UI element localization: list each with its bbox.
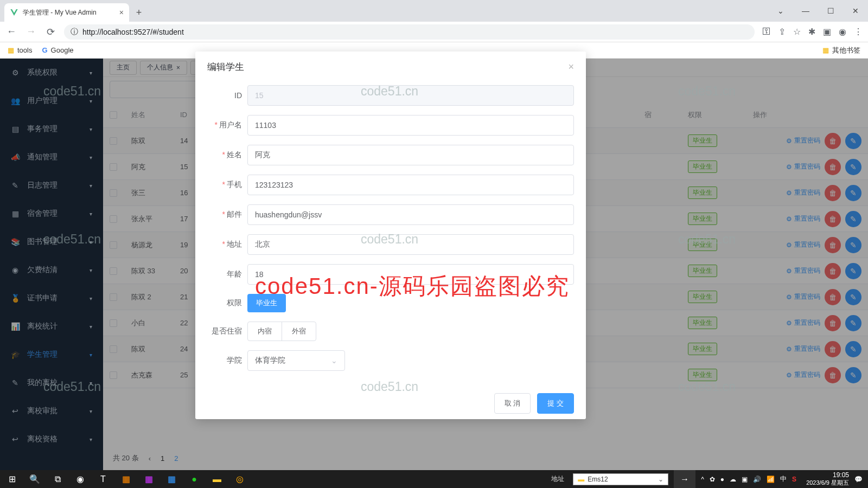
app-icon[interactable]: ▦ xyxy=(161,470,182,488)
menu-icon[interactable]: ⋮ xyxy=(854,27,863,37)
form-label: 权限 xyxy=(207,298,247,308)
id-input xyxy=(247,85,574,106)
email-input[interactable] xyxy=(247,204,574,225)
windows-taskbar: ⊞ 🔍 ⧉ ◉ T ▦ ▦ ▦ ● ▬ ◎ 地址 ▬ Ems12 ⌄ → ^ ✿… xyxy=(0,470,868,488)
close-icon[interactable]: × xyxy=(568,61,574,73)
profile-icon[interactable]: ◉ xyxy=(839,27,846,37)
reload-icon[interactable]: ⟳ xyxy=(44,26,56,38)
browser-tab-strip: 学生管理 - My Vue Admin × + ⌄ — ☐ ✕ xyxy=(0,0,868,22)
form-row: *地址 xyxy=(207,234,574,255)
form-label: *用户名 xyxy=(207,120,247,130)
form-label: *邮件 xyxy=(207,210,247,220)
explorer-icon[interactable]: ▬ xyxy=(206,470,228,488)
tray-icon[interactable]: ▣ xyxy=(742,476,748,483)
dialog-title: 编辑学生 xyxy=(207,61,244,73)
cancel-button[interactable]: 取 消 xyxy=(494,393,531,414)
system-clock[interactable]: 19:05 2023/6/9 星期五 xyxy=(806,472,849,486)
chevron-down-icon[interactable]: ⌄ xyxy=(768,0,793,22)
dorm-option-outside[interactable]: 外宿 xyxy=(282,322,316,341)
key-icon[interactable]: ⚿ xyxy=(762,27,771,37)
app-icon[interactable]: ▦ xyxy=(115,470,137,488)
url-input[interactable]: ⓘ http://localhost:9527/#/student xyxy=(64,24,755,40)
form-row: 年龄 xyxy=(207,264,574,285)
start-icon[interactable]: ⊞ xyxy=(1,470,23,488)
task-view-icon[interactable]: ⧉ xyxy=(47,470,68,488)
app-icon[interactable]: T xyxy=(92,470,114,488)
search-icon[interactable]: 🔍 xyxy=(24,470,46,488)
form-row: 是否住宿 内宿 外宿 xyxy=(207,322,574,341)
age-input[interactable] xyxy=(247,264,574,285)
extensions-icon[interactable]: ✱ xyxy=(808,27,815,37)
form-label: ID xyxy=(207,91,247,100)
dorm-option-inside[interactable]: 内宿 xyxy=(248,322,282,341)
form-label: *姓名 xyxy=(207,150,247,160)
browser-tab[interactable]: 学生管理 - My Vue Admin × xyxy=(4,3,129,22)
form-label: *地址 xyxy=(207,240,247,249)
notifications-icon[interactable]: 💬 xyxy=(854,476,863,483)
dorm-radio-group: 内宿 外宿 xyxy=(247,322,316,341)
bookmark-google[interactable]: GGoogle xyxy=(42,46,73,54)
bookmark-tools[interactable]: ▦tools xyxy=(8,46,32,54)
submit-button[interactable]: 提 交 xyxy=(537,393,574,414)
form-label: 年龄 xyxy=(207,269,247,279)
back-icon[interactable]: ← xyxy=(5,26,17,38)
forward-icon[interactable]: → xyxy=(25,26,37,38)
go-icon[interactable]: → xyxy=(674,470,695,488)
info-icon: ⓘ xyxy=(71,27,78,37)
new-tab-button[interactable]: + xyxy=(131,5,146,20)
perm-tag[interactable]: 毕业生 xyxy=(247,294,286,312)
wechat-icon[interactable]: ● xyxy=(183,470,205,488)
name-input[interactable] xyxy=(247,145,574,165)
form-label: 学院 xyxy=(207,356,247,365)
tray-icon[interactable]: S xyxy=(792,476,796,483)
taskbar-address-input[interactable]: ▬ Ems12 ⌄ xyxy=(573,473,668,485)
phone-input[interactable] xyxy=(247,175,574,195)
star-icon[interactable]: ☆ xyxy=(793,27,801,37)
chevron-down-icon: ⌄ xyxy=(331,356,337,365)
close-window-icon[interactable]: ✕ xyxy=(843,0,868,22)
minimize-icon[interactable]: — xyxy=(793,0,818,22)
form-row: *用户名 xyxy=(207,115,574,136)
vue-icon xyxy=(10,8,18,17)
maximize-icon[interactable]: ☐ xyxy=(818,0,843,22)
addr-label: 地址 xyxy=(551,474,564,484)
address-input[interactable] xyxy=(247,234,574,255)
form-label: 是否住宿 xyxy=(207,326,247,336)
close-icon[interactable]: × xyxy=(119,8,124,17)
tray-icon[interactable]: 中 xyxy=(780,474,787,484)
volume-icon[interactable]: 🔊 xyxy=(753,476,761,483)
sidebar-icon[interactable]: ▣ xyxy=(823,27,831,37)
edit-student-dialog: 编辑学生 × ID *用户名 *姓名 *手机 *邮件 *地址 年龄 权限 毕业生… xyxy=(195,52,586,419)
other-bookmarks[interactable]: ▦其他书签 xyxy=(822,46,860,55)
form-row: 学院 体育学院⌄ xyxy=(207,350,574,371)
wifi-icon[interactable]: 📶 xyxy=(767,476,775,483)
college-select[interactable]: 体育学院⌄ xyxy=(247,350,345,371)
form-row: ID xyxy=(207,85,574,106)
tray-icon[interactable]: ☁ xyxy=(730,476,736,483)
username-input[interactable] xyxy=(247,115,574,136)
tray-icon[interactable]: ✿ xyxy=(710,476,715,483)
tray-icon[interactable]: ● xyxy=(720,476,724,483)
address-bar: ← → ⟳ ⓘ http://localhost:9527/#/student … xyxy=(0,22,868,42)
app-icon[interactable]: ▦ xyxy=(138,470,159,488)
tab-title: 学生管理 - My Vue Admin xyxy=(23,8,97,17)
form-row: 权限 毕业生 xyxy=(207,294,574,312)
tray-up-icon[interactable]: ^ xyxy=(701,476,704,483)
url-text: http://localhost:9527/#/student xyxy=(82,28,184,36)
share-icon[interactable]: ⇪ xyxy=(778,27,786,37)
form-row: *手机 xyxy=(207,175,574,195)
form-row: *邮件 xyxy=(207,204,574,225)
app-icon[interactable]: ◎ xyxy=(229,470,251,488)
chrome-icon[interactable]: ◉ xyxy=(69,470,91,488)
form-row: *姓名 xyxy=(207,145,574,165)
form-label: *手机 xyxy=(207,180,247,190)
